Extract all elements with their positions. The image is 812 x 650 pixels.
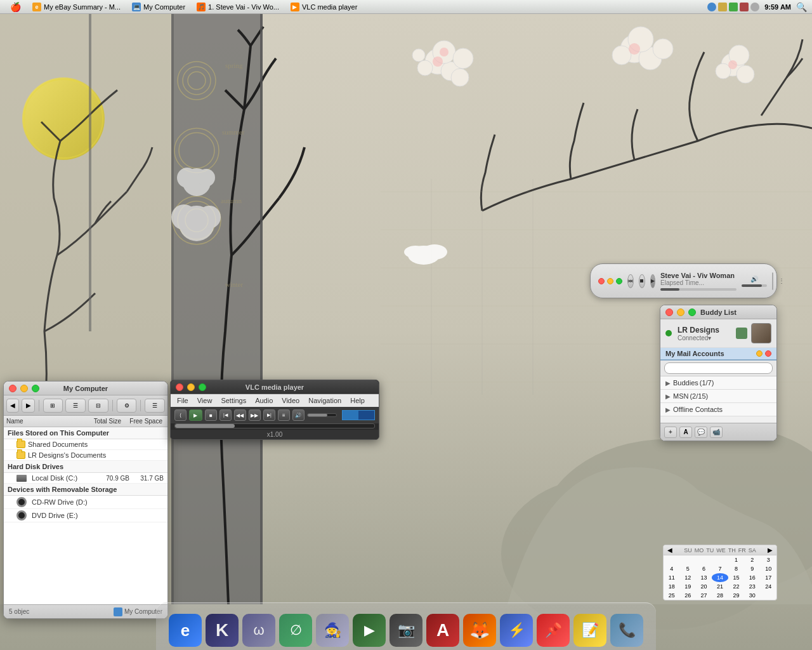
mini-stop-btn[interactable]: ⏹ xyxy=(639,274,645,288)
dock-item-null[interactable]: ∅ xyxy=(279,614,312,647)
vlc-next-btn[interactable]: ▶| xyxy=(263,409,275,421)
dock-item-firefox[interactable]: 🦊 xyxy=(463,614,496,647)
cal-day[interactable]: 5 xyxy=(679,564,695,573)
vlc-volume-slider[interactable] xyxy=(307,413,337,417)
cal-day[interactable]: 13 xyxy=(696,573,712,582)
cal-day[interactable]: 27 xyxy=(696,591,712,600)
vlc-minimize-button[interactable] xyxy=(187,383,195,391)
vlc-menu-view[interactable]: View xyxy=(193,395,216,406)
list-item[interactable]: CD-RW Drive (D:) xyxy=(4,496,167,509)
cal-day[interactable]: 2 xyxy=(744,555,760,564)
buddy-add-btn[interactable]: + xyxy=(664,427,677,438)
dock-item-adobe[interactable]: A xyxy=(426,614,459,647)
dock-item-note[interactable]: 📝 xyxy=(573,614,606,647)
cal-day[interactable]: 18 xyxy=(664,582,679,591)
cal-day[interactable]: 4 xyxy=(664,564,679,573)
cal-day[interactable]: 19 xyxy=(679,582,695,591)
mini-minimize-btn[interactable] xyxy=(607,278,613,284)
minimize-button[interactable] xyxy=(20,385,28,392)
cal-day[interactable] xyxy=(761,591,776,600)
cal-day[interactable] xyxy=(696,555,712,564)
folders-button[interactable]: ⚙ xyxy=(117,399,137,413)
cal-day[interactable]: 24 xyxy=(761,582,776,591)
dock-item-omega[interactable]: ω xyxy=(242,614,275,647)
cal-day[interactable]: 11 xyxy=(664,573,679,582)
buddy-status[interactable]: Connected▾ xyxy=(678,335,732,342)
cal-day[interactable]: 7 xyxy=(712,564,728,573)
spotlight-icon[interactable]: 🔍 xyxy=(796,2,807,12)
cal-day[interactable]: 20 xyxy=(696,582,712,591)
mini-play-btn[interactable]: ▶ xyxy=(650,274,655,288)
cal-day[interactable]: 14 xyxy=(712,573,728,582)
cal-day[interactable]: 17 xyxy=(761,573,776,582)
cal-day[interactable]: 10 xyxy=(761,564,776,573)
cal-day[interactable]: 9 xyxy=(744,564,760,573)
cal-day[interactable]: 6 xyxy=(696,564,712,573)
vlc-menu-navigation[interactable]: Navigation xyxy=(304,395,345,406)
vlc-progress-bar[interactable] xyxy=(174,423,375,428)
vlc-ffwd-btn[interactable]: ▶▶ xyxy=(249,409,261,421)
mini-prev-btn[interactable]: ⏮ xyxy=(627,274,634,288)
close-button[interactable] xyxy=(9,385,16,392)
dock-item-media-player[interactable]: ▶ xyxy=(353,614,386,647)
icon-view-button[interactable]: ⊞ xyxy=(43,399,63,413)
vlc-menu-file[interactable]: File xyxy=(173,395,192,406)
offline-contacts-section[interactable]: ▶ Offline Contacts xyxy=(660,403,776,416)
buddy-zoom-btn[interactable] xyxy=(688,308,696,316)
cal-prev-btn[interactable]: ◀ xyxy=(667,547,672,554)
vlc-menu-settings[interactable]: Settings xyxy=(217,395,250,406)
cal-day[interactable]: 21 xyxy=(712,582,728,591)
menubar-tab-vlc[interactable]: ▶ VLC media player xyxy=(285,1,362,13)
vlc-menu-audio[interactable]: Audio xyxy=(251,395,277,406)
msn-section[interactable]: ▶ MSN (2/15) xyxy=(660,390,776,403)
list-item[interactable]: LR Designs's Documents xyxy=(4,450,167,461)
cal-day[interactable]: 8 xyxy=(728,564,744,573)
vlc-playlist-btn[interactable]: ≡ xyxy=(278,409,290,421)
back-button[interactable]: ◀ xyxy=(6,399,19,413)
mini-zoom-btn[interactable] xyxy=(616,278,622,284)
dock-item-k[interactable]: K xyxy=(206,614,239,647)
dock-item-ie[interactable]: e xyxy=(169,614,202,647)
vlc-menu-video[interactable]: Video xyxy=(278,395,303,406)
menubar-tab-ebay[interactable]: e My eBay Summary - M... xyxy=(27,1,126,13)
cal-day[interactable]: 3 xyxy=(761,555,776,564)
mail-close-btn[interactable] xyxy=(765,350,771,357)
mini-close-btn[interactable] xyxy=(598,278,605,284)
buddy-search-input[interactable] xyxy=(664,362,773,374)
cal-day[interactable]: 22 xyxy=(728,582,744,591)
menubar-tab-mycomputer[interactable]: 💻 My Computer xyxy=(127,1,190,13)
cal-day[interactable]: 29 xyxy=(728,591,744,600)
cal-day[interactable] xyxy=(679,555,695,564)
mini-expand-btn[interactable]: ⋮ xyxy=(778,277,785,284)
vlc-maximize-button[interactable] xyxy=(199,383,206,391)
buddy-chat-btn[interactable]: 💬 xyxy=(695,427,707,438)
dock-item-phone[interactable]: 📞 xyxy=(610,614,643,647)
vlc-play-btn[interactable]: ▶ xyxy=(189,409,202,421)
dock-item-pin[interactable]: 📌 xyxy=(537,614,570,647)
views-button[interactable]: ☰ xyxy=(145,399,165,413)
list-view-button[interactable]: ☰ xyxy=(65,399,86,413)
cal-day[interactable]: 1 xyxy=(728,555,744,564)
mini-progress-bar[interactable] xyxy=(660,288,737,291)
buddy-close-btn[interactable] xyxy=(665,308,673,316)
maximize-button[interactable] xyxy=(32,385,39,392)
menubar-tab-steve[interactable]: 🎵 1. Steve Vai - Viv Wo... xyxy=(192,1,284,13)
vlc-prev-btn[interactable]: |◀ xyxy=(219,409,232,421)
cal-next-btn[interactable]: ▶ xyxy=(768,547,773,554)
cal-day[interactable] xyxy=(664,555,679,564)
cal-day[interactable]: 23 xyxy=(744,582,760,591)
dock-item-lightning[interactable]: ⚡ xyxy=(500,614,533,647)
cal-day[interactable]: 15 xyxy=(728,573,744,582)
vlc-mute-btn[interactable]: 🔊 xyxy=(292,409,304,421)
buddy-video-btn[interactable]: 📹 xyxy=(710,427,723,438)
list-item[interactable]: Local Disk (C:) 70.9 GB 31.7 GB xyxy=(4,473,167,484)
vlc-stop-btn[interactable]: ■ xyxy=(205,409,217,421)
cal-day[interactable]: 28 xyxy=(712,591,728,600)
detail-view-button[interactable]: ⊟ xyxy=(88,399,108,413)
buddy-minimize-btn[interactable] xyxy=(677,308,684,316)
cal-day[interactable]: 12 xyxy=(679,573,695,582)
dock-item-wizard[interactable]: 🧙 xyxy=(316,614,349,647)
cal-day[interactable]: 16 xyxy=(744,573,760,582)
vlc-rewind-btn[interactable]: ◀◀ xyxy=(234,409,246,421)
vlc-menu-help[interactable]: Help xyxy=(346,395,369,406)
